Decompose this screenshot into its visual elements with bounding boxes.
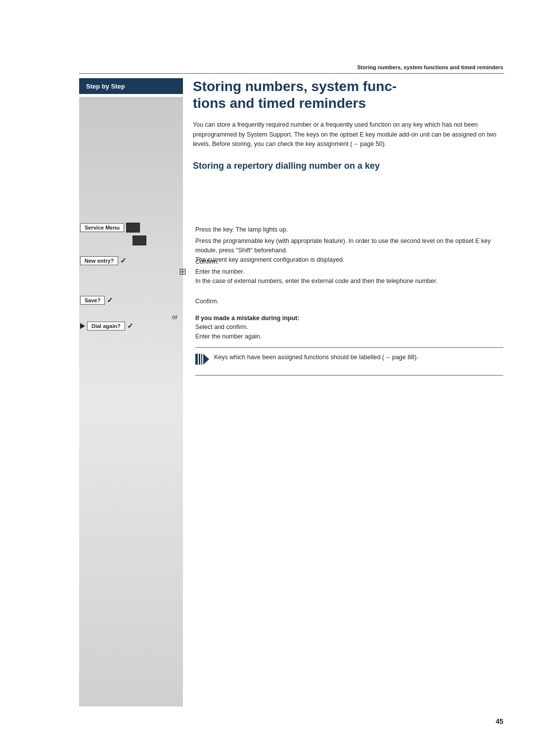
section-heading: Storing a repertory dialling number on a… xyxy=(193,161,503,171)
new-entry-checkmark: ✓ xyxy=(120,256,127,265)
sidebar xyxy=(79,97,183,707)
service-menu-dark-btn xyxy=(126,223,140,233)
step-select-confirm: Select and confirm. Enter the number aga… xyxy=(195,323,503,341)
blank-key-row xyxy=(133,236,146,245)
page-number: 45 xyxy=(495,717,503,725)
dial-again-key: Dial again? xyxy=(87,322,125,331)
step-by-step-box: Step by Step xyxy=(79,78,183,94)
step-confirm-new-entry: Confirm. xyxy=(195,257,503,267)
step-confirm-save: Confirm. xyxy=(195,297,503,306)
svg-marker-3 xyxy=(203,354,209,365)
blank-dark-btn xyxy=(133,236,146,245)
page-header: Storing numbers, system functions and ti… xyxy=(357,64,503,70)
content-area: Storing numbers, system func- tions and … xyxy=(193,78,503,180)
page: Storing numbers, system functions and ti… xyxy=(0,0,534,756)
service-menu-row: Service Menu xyxy=(80,223,140,233)
note-text: Keys which have been assigned functions … xyxy=(214,353,418,362)
note-icon xyxy=(195,354,209,367)
step-press-key: Press the key. The lamp lights up. xyxy=(195,225,503,235)
dial-again-arrow xyxy=(80,323,85,329)
note-box: Keys which have been assigned functions … xyxy=(195,349,503,371)
or-label: or xyxy=(172,314,178,321)
svg-rect-2 xyxy=(201,354,202,365)
service-menu-key: Service Menu xyxy=(80,223,124,232)
numpad-icon: ⊞ xyxy=(179,267,186,277)
dial-again-sidebar-row: Dial again? ✓ xyxy=(80,322,134,331)
svg-rect-1 xyxy=(199,354,200,365)
new-entry-sidebar-row: New entry? ✓ xyxy=(80,256,127,265)
step-enter-number: Enter the number. In the case of externa… xyxy=(195,267,503,286)
new-entry-key: New entry? xyxy=(80,256,118,265)
main-title: Storing numbers, system func- tions and … xyxy=(193,78,503,111)
note-top-rule xyxy=(195,347,503,348)
intro-paragraph: You can store a frequently required numb… xyxy=(193,120,503,149)
dial-again-checkmark: ✓ xyxy=(127,322,134,331)
svg-rect-0 xyxy=(195,354,198,365)
save-sidebar-row: Save? ✓ xyxy=(80,296,113,305)
step-by-step-label: Step by Step xyxy=(86,83,125,90)
note-bottom-rule xyxy=(195,375,503,376)
save-checkmark: ✓ xyxy=(107,296,113,305)
step-mistake-heading: If you made a mistake during input: xyxy=(195,314,503,323)
top-rule xyxy=(79,73,504,74)
numpad-row: ⊞ xyxy=(179,267,186,277)
save-key: Save? xyxy=(80,296,105,305)
